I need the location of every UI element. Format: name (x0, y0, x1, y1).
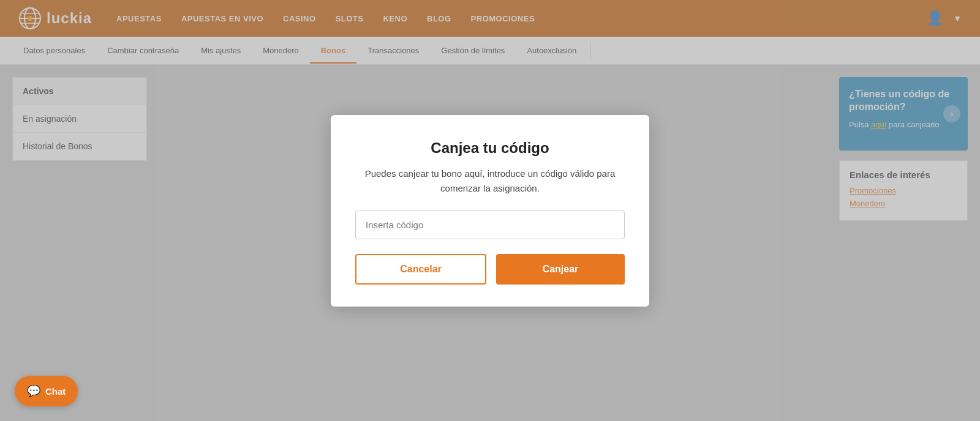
modal-overlay[interactable]: Canjea tu código Puedes canjear tu bono … (0, 0, 980, 421)
chat-button[interactable]: 💬 Chat (15, 376, 78, 406)
chat-bubble-icon: 💬 (27, 384, 40, 398)
modal-description: Puedes canjear tu bono aquí, introduce u… (355, 166, 625, 196)
chat-label: Chat (45, 386, 66, 397)
modal-buttons: Cancelar Canjear (355, 254, 625, 285)
code-input[interactable] (355, 210, 625, 239)
canjear-button[interactable]: Canjear (496, 254, 625, 285)
modal-title: Canjea tu código (355, 140, 625, 157)
cancel-button[interactable]: Cancelar (355, 254, 486, 285)
modal: Canjea tu código Puedes canjear tu bono … (331, 115, 649, 307)
